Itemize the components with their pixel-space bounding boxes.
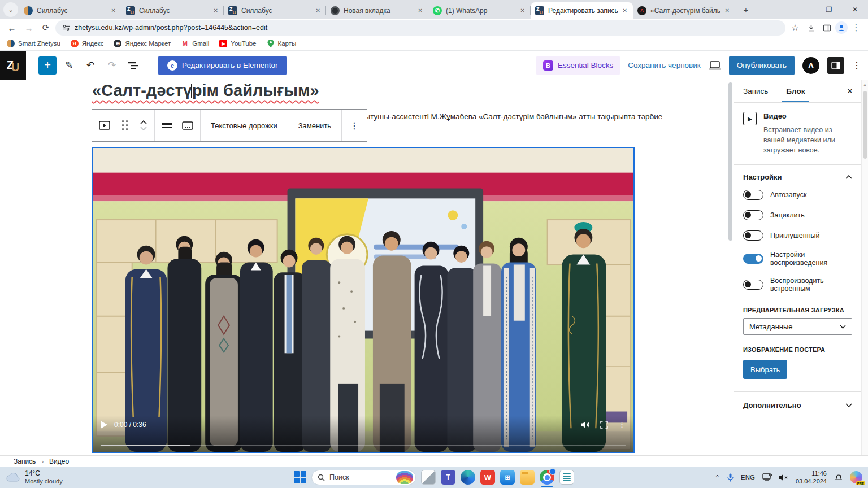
cast-screen-icon[interactable] [762,473,772,481]
microphone-icon[interactable] [727,473,734,482]
tab-close-icon[interactable]: ✕ [724,6,731,15]
tab-close-icon[interactable]: ✕ [315,6,322,15]
site-info-icon[interactable] [62,24,70,32]
block-options-icon[interactable]: ⋮ [344,112,364,139]
volume-icon[interactable] [581,421,590,429]
taskbar-search-box[interactable]: Поиск [311,470,416,485]
window-restore-button[interactable]: ❐ [816,0,842,19]
bookmark-youtube[interactable]: ▶ YouTube [219,40,256,47]
profile-avatar[interactable] [835,21,848,34]
forward-icon[interactable]: → [21,20,36,35]
sidebar-scrollbar[interactable]: ▲ [861,80,868,455]
play-icon[interactable] [101,421,107,429]
sidebar-tab-block[interactable]: Блок [777,80,814,102]
essential-blocks-button[interactable]: B Essential Blocks [536,56,620,75]
edge-icon[interactable] [461,470,475,485]
start-button[interactable] [294,471,306,483]
file-explorer-icon[interactable] [520,470,535,485]
bookmark-gmail[interactable]: M Gmail [181,40,209,47]
breadcrumb-post[interactable]: Запись [14,457,36,465]
publish-button[interactable]: Опубликовать [729,56,795,75]
replace-button[interactable]: Заменить [290,121,339,130]
tools-pencil-icon[interactable]: ✎ [60,56,78,75]
window-close-button[interactable]: ✕ [842,0,868,19]
bookmark-yandex[interactable]: Я Яндекс [71,40,104,47]
tab-close-icon[interactable]: ✕ [519,6,526,15]
autoplay-toggle[interactable] [743,190,763,200]
playback-controls-toggle[interactable] [743,254,763,264]
fullscreen-icon[interactable] [600,421,608,429]
refresh-icon[interactable]: ⟳ [38,20,53,35]
settings-panel-toggle[interactable] [827,57,844,74]
browser-tab-sillabus-1[interactable]: Силлабус ✕ [19,2,121,19]
move-up-icon[interactable] [140,120,147,124]
editor-canvas[interactable]: «Салт-дәстүрім байлығым» амасының оқытуш… [0,80,734,455]
toggle-row-playback-controls[interactable]: Настройки воспроизведения [734,246,861,272]
astra-theme-icon[interactable]: Λ [802,57,819,74]
alignment-icon[interactable] [157,112,177,139]
browser-tab-sillabus-2[interactable]: Силлабус ✕ [121,2,224,19]
bookmark-smart-zhetysu[interactable]: Smart Zhetysu [7,40,60,47]
caption-icon[interactable] [177,112,198,139]
tab-close-icon[interactable]: ✕ [212,6,219,15]
chrome-icon-active[interactable] [540,470,554,485]
block-inserter-button[interactable]: + [38,56,57,75]
advanced-panel-header[interactable]: Дополнительно [734,392,861,419]
bookmark-yandex-market[interactable]: ⊕ Яндекс Маркет [114,40,171,47]
undo-icon[interactable]: ↶ [81,56,99,75]
teams-icon[interactable]: T [441,470,455,485]
scroll-up-arrow[interactable]: ▲ [863,82,867,88]
speaker-muted-icon[interactable] [779,474,788,481]
tab-close-icon[interactable]: ✕ [110,6,117,15]
save-draft-button[interactable]: Сохранить черновик [628,61,700,69]
toggle-row-muted[interactable]: Приглушенный [734,225,861,246]
notification-bell-icon[interactable]: z [834,473,843,482]
post-title[interactable]: «Салт-дәстүрім байлығым» [92,81,319,100]
list-view-icon[interactable] [124,56,142,75]
breadcrumb-video[interactable]: Видео [49,457,69,465]
browser-tab-sillabus-3[interactable]: Силлабус ✕ [224,2,326,19]
browser-tab-edit-post-active[interactable]: Редактировать запись "«Салт- ✕ [531,2,633,19]
copilot-icon[interactable] [850,471,862,483]
toggle-row-plays-inline[interactable]: Воспроизводить встроенным [734,272,861,298]
task-view-icon[interactable] [421,470,436,485]
sidebar-tab-post[interactable]: Запись [734,80,777,102]
options-menu-icon[interactable]: ⋮ [852,60,861,71]
clock-widget[interactable]: 11:46 03.04.2024 [796,469,827,486]
toggle-row-loop[interactable]: Зациклить [734,205,861,225]
text-tracks-button[interactable]: Текстовые дорожки [203,121,285,130]
notes-app-icon[interactable] [559,470,574,485]
microsoft-store-icon[interactable]: ⊞ [500,470,515,485]
plays-inline-toggle[interactable] [743,280,763,290]
tray-overflow-icon[interactable]: ⌃ [715,474,720,481]
browser-menu-icon[interactable]: ⋮ [849,20,863,35]
redo-icon[interactable]: ↷ [103,56,121,75]
video-block-selected[interactable]: 0:00 / 0:36 ⋮ [92,147,635,453]
select-poster-button[interactable]: Выбрать [743,360,787,379]
browser-tab-newtab[interactable]: Новая вкладка ✕ [326,2,428,19]
move-down-icon[interactable] [140,127,147,130]
site-logo[interactable]: ZU [0,51,26,80]
tab-search-button[interactable]: ⌄ [3,2,18,17]
back-icon[interactable]: ← [5,20,19,35]
downloads-icon[interactable] [804,20,818,35]
settings-panel-header[interactable]: Настройки [734,165,861,185]
wps-office-icon[interactable]: W [480,470,495,485]
language-indicator[interactable]: ENG [741,474,755,481]
url-omnibox[interactable]: zhetysu.edu.kz/wp-admin/post.php?post=14… [55,20,785,36]
window-minimize-button[interactable]: – [790,0,816,19]
video-block-icon[interactable] [94,112,115,139]
weather-widget[interactable]: 14°C Mostly cloudy [6,469,63,485]
preview-device-icon[interactable] [709,61,721,70]
bookmark-star-icon[interactable]: ☆ [788,20,802,35]
bookmark-maps[interactable]: Карты [267,40,297,47]
preload-select[interactable]: Метаданные [743,318,852,335]
scrollbar-thumb[interactable] [863,91,867,159]
edit-in-elementor-button[interactable]: e Редактировать в Elementor [158,56,287,75]
close-sidebar-icon[interactable]: ✕ [839,80,861,102]
tab-close-icon[interactable]: ✕ [622,6,628,15]
tab-close-icon[interactable]: ✕ [417,6,424,15]
toggle-row-autoplay[interactable]: Автозапуск [734,185,861,205]
side-panel-icon[interactable] [819,20,834,35]
new-tab-button[interactable]: + [739,2,753,17]
